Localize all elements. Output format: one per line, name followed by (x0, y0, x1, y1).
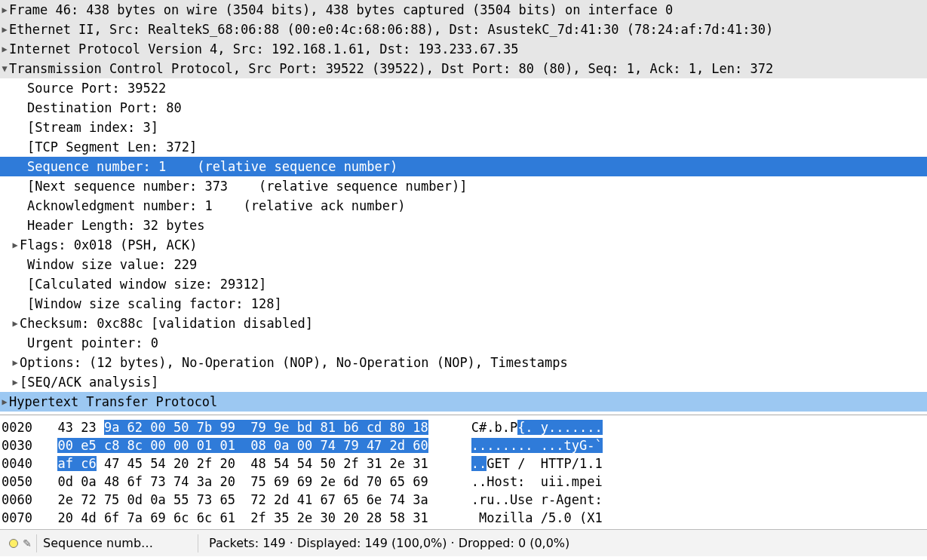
note-icon[interactable]: ✎ (23, 534, 32, 552)
tcp-calcwin-label: [Calculated window size: 29312] (27, 274, 266, 294)
hex-offset: 0040 (0, 454, 42, 473)
hex-row[interactable]: 0030 00 e5 c8 8c 00 00 01 01 08 0a 00 74… (0, 436, 927, 454)
tree-frame[interactable]: ▶ Frame 46: 438 bytes on wire (3504 bits… (0, 0, 927, 20)
tree-tcp[interactable]: ▼ Transmission Control Protocol, Src Por… (0, 59, 927, 78)
tcp-seqnum-label: Sequence number: 1 (relative sequence nu… (27, 157, 398, 176)
chevron-right-icon: ▶ (11, 372, 20, 392)
hex-offset: 0050 (0, 473, 42, 491)
tree-ethernet[interactable]: ▶ Ethernet II, Src: RealtekS_68:06:88 (0… (0, 20, 927, 39)
tcp-checksum[interactable]: ▶ Checksum: 0xc88c [validation disabled] (0, 314, 927, 333)
chevron-right-icon: ▶ (0, 0, 9, 20)
chevron-right-icon: ▶ (11, 353, 20, 372)
hex-ascii: ..Host: uii.mpei (434, 473, 603, 491)
hex-bytes: 0d 0a 48 6f 73 74 3a 20 75 69 69 2e 6d 7… (42, 473, 434, 491)
status-icons: ✎ (0, 534, 36, 552)
hex-ascii: ........ ...tyG-` (434, 436, 603, 454)
chevron-right-icon: ▶ (11, 235, 20, 255)
spacer-icon (18, 118, 27, 137)
hex-row[interactable]: 0050 0d 0a 48 6f 73 74 3a 20 75 69 69 2e… (0, 473, 927, 491)
tcp-sequence-number[interactable]: Sequence number: 1 (relative sequence nu… (0, 157, 927, 176)
hex-bytes: 00 e5 c8 8c 00 00 01 01 08 0a 00 74 79 4… (42, 436, 434, 454)
hex-row[interactable]: 0060 2e 72 75 0d 0a 55 73 65 72 2d 41 67… (0, 491, 927, 509)
hex-row[interactable]: 0040 af c6 47 45 54 20 2f 20 48 54 54 50… (0, 454, 927, 473)
hex-row[interactable]: 0070 20 4d 6f 7a 69 6c 6c 61 2f 35 2e 30… (0, 509, 927, 527)
tcp-nextseq-label: [Next sequence number: 373 (relative seq… (27, 176, 467, 196)
tree-http[interactable]: ▶ Hypertext Transfer Protocol (0, 392, 927, 412)
hex-bytes: 20 4d 6f 7a 69 6c 6c 61 2f 35 2e 30 20 2… (42, 509, 434, 527)
tcp-urgent-label: Urgent pointer: 0 (27, 333, 158, 353)
tcp-stream-label: [Stream index: 3] (27, 118, 158, 137)
chevron-down-icon: ▼ (0, 59, 9, 78)
chevron-right-icon: ▶ (0, 392, 9, 412)
tcp-seqack-label: [SEQ/ACK analysis] (20, 372, 158, 392)
tcp-dest-port[interactable]: Destination Port: 80 (0, 98, 927, 118)
tcp-checksum-label: Checksum: 0xc88c [validation disabled] (20, 314, 313, 333)
tcp-hdrlen-label: Header Length: 32 bytes (27, 216, 204, 235)
hex-offset: 0030 (0, 436, 42, 454)
chevron-right-icon: ▶ (11, 314, 20, 333)
spacer-icon (18, 98, 27, 118)
status-packet-counts: Packets: 149 · Displayed: 149 (100,0%) ·… (198, 534, 927, 552)
tcp-urgent-pointer[interactable]: Urgent pointer: 0 (0, 333, 927, 353)
status-bar: ✎ Sequence numb… Packets: 149 · Displaye… (0, 529, 927, 556)
tcp-next-seq[interactable]: [Next sequence number: 373 (relative seq… (0, 176, 927, 196)
tcp-seglen-label: [TCP Segment Len: 372] (27, 137, 197, 157)
hex-bytes: 2e 72 75 0d 0a 55 73 65 72 2d 41 67 65 6… (42, 491, 434, 509)
hex-ascii: Mozilla /5.0 (X1 (434, 509, 603, 527)
spacer-icon (18, 216, 27, 235)
tcp-winsize-label: Window size value: 229 (27, 255, 197, 274)
packet-details-pane[interactable]: ▶ Frame 46: 438 bytes on wire (3504 bits… (0, 0, 927, 415)
chevron-right-icon: ▶ (0, 39, 9, 59)
tcp-source-port-label: Source Port: 39522 (27, 78, 166, 98)
tcp-stream-index[interactable]: [Stream index: 3] (0, 118, 927, 137)
expert-info-icon[interactable] (9, 539, 18, 548)
tcp-segment-len[interactable]: [TCP Segment Len: 372] (0, 137, 927, 157)
hex-ascii: C#.b.P{. y....... (434, 418, 603, 436)
tcp-window-size[interactable]: Window size value: 229 (0, 255, 927, 274)
spacer-icon (18, 137, 27, 157)
tree-http-label: Hypertext Transfer Protocol (9, 392, 217, 412)
tree-ip[interactable]: ▶ Internet Protocol Version 4, Src: 192.… (0, 39, 927, 59)
spacer-icon (18, 333, 27, 353)
spacer-icon (18, 274, 27, 294)
hex-bytes: af c6 47 45 54 20 2f 20 48 54 54 50 2f 3… (42, 454, 434, 473)
hex-ascii: .ru..Use r-Agent: (434, 491, 603, 509)
hex-bytes: 43 23 9a 62 00 50 7b 99 79 9e bd 81 b6 c… (42, 418, 434, 436)
tree-frame-label: Frame 46: 438 bytes on wire (3504 bits),… (9, 0, 673, 20)
hex-offset: 0060 (0, 491, 42, 509)
tcp-options-label: Options: (12 bytes), No-Operation (NOP),… (20, 353, 568, 372)
tcp-calc-window[interactable]: [Calculated window size: 29312] (0, 274, 927, 294)
hex-ascii: ..GET / HTTP/1.1 (434, 454, 603, 473)
tcp-source-port[interactable]: Source Port: 39522 (0, 78, 927, 98)
tcp-ack-number[interactable]: Acknowledgment number: 1 (relative ack n… (0, 196, 927, 216)
tree-ip-label: Internet Protocol Version 4, Src: 192.16… (9, 39, 519, 59)
hex-offset: 0020 (0, 418, 42, 436)
tcp-options[interactable]: ▶ Options: (12 bytes), No-Operation (NOP… (0, 353, 927, 372)
tcp-seq-ack-analysis[interactable]: ▶ [SEQ/ACK analysis] (0, 372, 927, 392)
hex-offset: 0070 (0, 509, 42, 527)
spacer-icon (18, 294, 27, 314)
tree-tcp-label: Transmission Control Protocol, Src Port:… (9, 59, 773, 78)
spacer-icon (18, 255, 27, 274)
spacer-icon (18, 196, 27, 216)
tcp-flags-label: Flags: 0x018 (PSH, ACK) (20, 235, 197, 255)
tcp-header-len[interactable]: Header Length: 32 bytes (0, 216, 927, 235)
tcp-window-scale[interactable]: [Window size scaling factor: 128] (0, 294, 927, 314)
hex-row[interactable]: 0020 43 23 9a 62 00 50 7b 99 79 9e bd 81… (0, 418, 927, 436)
tcp-winscale-label: [Window size scaling factor: 128] (27, 294, 282, 314)
tcp-dest-port-label: Destination Port: 80 (27, 98, 182, 118)
hex-dump-pane[interactable]: 0020 43 23 9a 62 00 50 7b 99 79 9e bd 81… (0, 415, 927, 529)
tcp-acknum-label: Acknowledgment number: 1 (relative ack n… (27, 196, 406, 216)
tcp-flags[interactable]: ▶ Flags: 0x018 (PSH, ACK) (0, 235, 927, 255)
tree-eth-label: Ethernet II, Src: RealtekS_68:06:88 (00:… (9, 20, 773, 39)
spacer-icon (18, 157, 27, 176)
spacer-icon (18, 78, 27, 98)
status-field-name: Sequence numb… (36, 534, 198, 552)
chevron-right-icon: ▶ (0, 20, 9, 39)
spacer-icon (18, 176, 27, 196)
